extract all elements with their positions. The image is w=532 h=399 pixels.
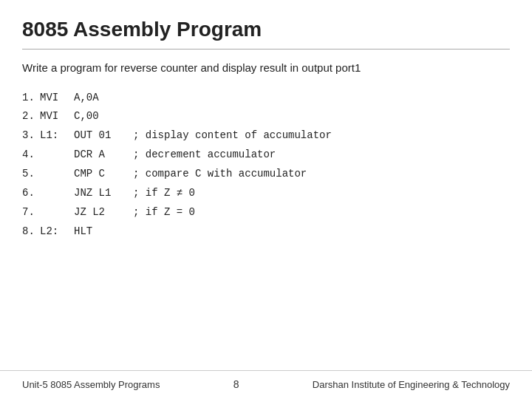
comment-5: ; compare C with accumulator bbox=[133, 165, 307, 184]
comment-6: ; if Z ≠ 0 bbox=[133, 184, 195, 203]
line-num-6: 6. bbox=[22, 184, 40, 203]
operand-2: C,00 bbox=[74, 107, 133, 126]
label-8: L2: bbox=[40, 222, 74, 242]
line-num-5: 5. bbox=[22, 165, 40, 184]
code-line-8: 8. L2: HLT bbox=[22, 222, 510, 242]
title-divider bbox=[22, 49, 510, 50]
footer-center: 8 bbox=[233, 378, 239, 390]
code-section: 1. MVI A,0A 2. MVI C,00 3. L1: OUT 01 ; … bbox=[22, 89, 510, 242]
footer-right: Darshan Institute of Engineering & Techn… bbox=[313, 379, 510, 390]
line-num-3: 3. bbox=[22, 126, 40, 146]
footer: Unit-5 8085 Assembly Programs 8 Darshan … bbox=[0, 370, 532, 399]
main-content: 8085 Assembly Program Write a program fo… bbox=[0, 0, 532, 370]
line-num-7: 7. bbox=[22, 203, 40, 222]
description: Write a program for reverse counter and … bbox=[22, 60, 510, 77]
code-line-4: 4. DCR A ; decrement accumulator bbox=[22, 146, 510, 165]
label-3: L1: bbox=[40, 126, 74, 146]
page: 8085 Assembly Program Write a program fo… bbox=[0, 0, 532, 399]
line-num-2: 2. bbox=[22, 107, 40, 126]
instr-6: JNZ L1 bbox=[74, 184, 133, 203]
footer-left: Unit-5 8085 Assembly Programs bbox=[22, 379, 160, 390]
instr-1: MVI bbox=[40, 89, 74, 108]
instr-8: HLT bbox=[74, 222, 133, 242]
code-line-5: 5. CMP C ; compare C with accumulator bbox=[22, 165, 510, 184]
instr-3: OUT 01 bbox=[74, 126, 133, 146]
code-line-7: 7. JZ L2 ; if Z = 0 bbox=[22, 203, 510, 222]
instr-2: MVI bbox=[40, 107, 74, 126]
line-num-4: 4. bbox=[22, 146, 40, 165]
code-line-3: 3. L1: OUT 01 ; display content of accum… bbox=[22, 126, 510, 146]
comment-7: ; if Z = 0 bbox=[133, 203, 195, 222]
comment-4: ; decrement accumulator bbox=[133, 146, 276, 165]
line-num-8: 8. bbox=[22, 222, 40, 242]
code-line-6: 6. JNZ L1 ; if Z ≠ 0 bbox=[22, 184, 510, 203]
instr-4: DCR A bbox=[74, 146, 133, 165]
code-line-2: 2. MVI C,00 bbox=[22, 107, 510, 126]
comment-3: ; display content of accumulator bbox=[133, 126, 332, 146]
line-num-1: 1. bbox=[22, 89, 40, 108]
instr-5: CMP C bbox=[74, 165, 133, 184]
code-line-1: 1. MVI A,0A bbox=[22, 89, 510, 108]
page-title: 8085 Assembly Program bbox=[22, 18, 510, 41]
operand-1: A,0A bbox=[74, 89, 133, 108]
instr-7: JZ L2 bbox=[74, 203, 133, 222]
